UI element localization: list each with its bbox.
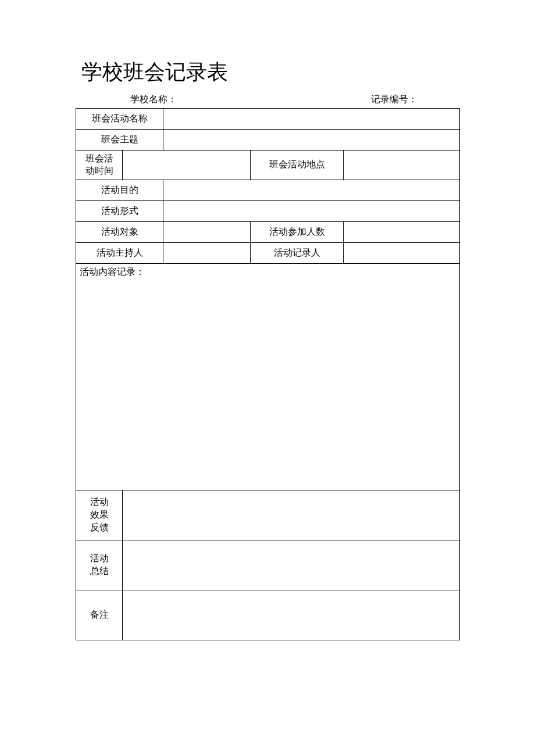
record-table: 班会活动名称 班会主题 班会活动时间 班会活动地点 活动目的 活动形式 活动对象… [76, 108, 460, 640]
form-value [163, 200, 460, 221]
purpose-label: 活动目的 [76, 180, 163, 200]
target-value [163, 221, 251, 242]
participants-value [344, 221, 460, 242]
table-row: 活动主持人 活动记录人 [76, 242, 460, 263]
table-row: 班会活动时间 班会活动地点 [76, 151, 460, 180]
summary-label: 活动总结 [76, 540, 123, 590]
feedback-label: 活动效果反馈 [76, 490, 123, 540]
topic-label: 班会主题 [76, 130, 163, 151]
activity-location-value [344, 151, 460, 180]
recorder-label: 活动记录人 [251, 242, 344, 263]
feedback-value [123, 490, 460, 540]
record-number-label: 记录编号： [371, 94, 418, 106]
activity-time-value [123, 151, 251, 180]
table-row: 活动效果反馈 [76, 490, 460, 540]
form-label: 活动形式 [76, 200, 163, 221]
table-row: 活动形式 [76, 200, 460, 221]
remark-value [123, 590, 460, 640]
header-line: 学校名称： 记录编号： [76, 94, 459, 106]
activity-name-value [163, 109, 460, 130]
host-label: 活动主持人 [76, 242, 163, 263]
table-row: 活动总结 [76, 540, 460, 590]
table-row: 活动目的 [76, 180, 460, 200]
activity-location-label: 班会活动地点 [251, 151, 344, 180]
content-record-label: 活动内容记录： [80, 267, 145, 277]
table-row: 班会活动名称 [76, 109, 460, 130]
document-page: 学校班会记录表 学校名称： 记录编号： 班会活动名称 班会主题 班会活动时间 班… [0, 0, 535, 640]
remark-label: 备注 [76, 590, 123, 640]
content-record-cell: 活动内容记录： [76, 263, 460, 490]
table-row: 备注 [76, 590, 460, 640]
activity-name-label: 班会活动名称 [76, 109, 163, 130]
topic-value [163, 130, 460, 151]
participants-label: 活动参加人数 [251, 221, 344, 242]
summary-value [123, 540, 460, 590]
table-row: 活动对象 活动参加人数 [76, 221, 460, 242]
table-row: 班会主题 [76, 130, 460, 151]
host-value [163, 242, 251, 263]
activity-time-label: 班会活动时间 [76, 151, 123, 180]
recorder-value [344, 242, 460, 263]
target-label: 活动对象 [76, 221, 163, 242]
school-name-label: 学校名称： [130, 94, 177, 106]
table-row: 活动内容记录： [76, 263, 460, 490]
document-title: 学校班会记录表 [81, 58, 459, 87]
purpose-value [163, 180, 460, 200]
